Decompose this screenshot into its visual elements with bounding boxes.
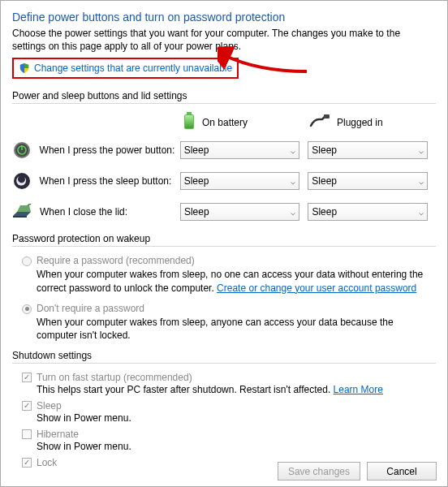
column-header-plugged: Plugged in <box>309 114 436 130</box>
column-header-battery: On battery <box>183 112 309 132</box>
check-fast-startup-label: Turn on fast startup (recommended) <box>37 372 192 383</box>
column-header-plugged-label: Plugged in <box>337 117 383 128</box>
create-password-link[interactable]: Create or change your user account passw… <box>217 282 416 294</box>
chevron-down-icon: ⌵ <box>291 208 295 217</box>
learn-more-link[interactable]: Learn More <box>334 384 383 395</box>
radio-dont-require-password-desc: When your computer wakes from sleep, any… <box>12 316 436 342</box>
check-sleep: Sleep <box>12 400 436 412</box>
check-sleep-desc: Show in Power menu. <box>12 412 436 424</box>
select-lid-battery[interactable]: Sleep ⌵ <box>180 203 300 221</box>
select-sleep-battery[interactable]: Sleep ⌵ <box>180 172 300 190</box>
checkbox-icon <box>22 458 32 468</box>
radio-icon <box>22 304 32 314</box>
save-button[interactable]: Save changes <box>278 462 360 481</box>
lid-icon <box>12 202 32 222</box>
radio-icon <box>22 256 32 266</box>
select-power-battery[interactable]: Sleep ⌵ <box>180 141 300 159</box>
check-fast-startup-desc: This helps start your PC faster after sh… <box>12 384 436 395</box>
check-fast-startup-desc-text: This helps start your PC faster after sh… <box>37 384 334 395</box>
svg-rect-2 <box>185 115 193 128</box>
radio-dont-require-password: Don't require a password <box>12 303 436 314</box>
select-sleep-plugged[interactable]: Sleep ⌵ <box>308 172 428 190</box>
svg-rect-3 <box>324 114 330 119</box>
checkbox-icon <box>22 401 32 411</box>
cancel-button[interactable]: Cancel <box>367 462 437 481</box>
column-header-battery-label: On battery <box>202 117 248 128</box>
section-header-shutdown: Shutdown settings <box>12 350 436 364</box>
section-header-power-sleep: Power and sleep buttons and lid settings <box>12 90 436 104</box>
select-power-plugged-value: Sleep <box>312 144 337 156</box>
section-header-password: Password protection on wakeup <box>12 233 436 247</box>
row-close-lid-label: When I close the lid: <box>40 206 180 218</box>
chevron-down-icon: ⌵ <box>291 177 295 186</box>
check-sleep-label: Sleep <box>37 400 62 412</box>
row-power-button-label: When I press the power button: <box>40 144 180 156</box>
chevron-down-icon: ⌵ <box>419 146 424 155</box>
select-sleep-battery-value: Sleep <box>184 175 209 187</box>
radio-dont-require-password-label: Don't require a password <box>37 303 144 314</box>
page-subtitle: Choose the power settings that you want … <box>12 27 436 53</box>
check-hibernate-label: Hibernate <box>37 429 79 440</box>
sleep-button-icon <box>12 171 32 191</box>
plug-icon <box>309 114 330 130</box>
radio-require-password-label: Require a password (recommended) <box>37 255 195 266</box>
select-sleep-plugged-value: Sleep <box>312 175 337 187</box>
check-lock-label: Lock <box>37 457 57 468</box>
row-sleep-button-label: When I press the sleep button: <box>40 175 180 187</box>
check-fast-startup: Turn on fast startup (recommended) <box>12 372 436 383</box>
svg-rect-0 <box>187 112 192 114</box>
uac-shield-icon <box>19 62 30 74</box>
change-settings-link-box[interactable]: Change settings that are currently unava… <box>12 58 239 79</box>
check-hibernate-desc: Show in Power menu. <box>12 441 436 452</box>
change-settings-link[interactable]: Change settings that are currently unava… <box>34 62 232 74</box>
select-lid-plugged-value: Sleep <box>312 206 337 218</box>
select-lid-plugged[interactable]: Sleep ⌵ <box>308 203 428 221</box>
select-power-battery-value: Sleep <box>184 144 209 156</box>
battery-icon <box>183 112 196 132</box>
button-bar: Save changes Cancel <box>278 462 437 481</box>
page-title: Define power buttons and turn on passwor… <box>12 11 436 24</box>
svg-point-8 <box>14 173 30 189</box>
check-hibernate: Hibernate <box>12 429 436 440</box>
row-close-lid: When I close the lid: Sleep ⌵ Sleep ⌵ <box>12 202 436 222</box>
checkbox-icon <box>22 429 32 439</box>
select-lid-battery-value: Sleep <box>184 206 209 218</box>
chevron-down-icon: ⌵ <box>291 146 295 155</box>
radio-require-password: Require a password (recommended) <box>12 255 436 266</box>
select-power-plugged[interactable]: Sleep ⌵ <box>308 141 428 159</box>
checkbox-icon <box>22 373 32 382</box>
radio-require-password-desc: When your computer wakes from sleep, no … <box>12 268 436 294</box>
chevron-down-icon: ⌵ <box>419 208 424 217</box>
row-sleep-button: When I press the sleep button: Sleep ⌵ S… <box>12 171 436 191</box>
power-button-icon <box>12 140 32 160</box>
chevron-down-icon: ⌵ <box>419 177 424 186</box>
row-power-button: When I press the power button: Sleep ⌵ S… <box>12 140 436 160</box>
